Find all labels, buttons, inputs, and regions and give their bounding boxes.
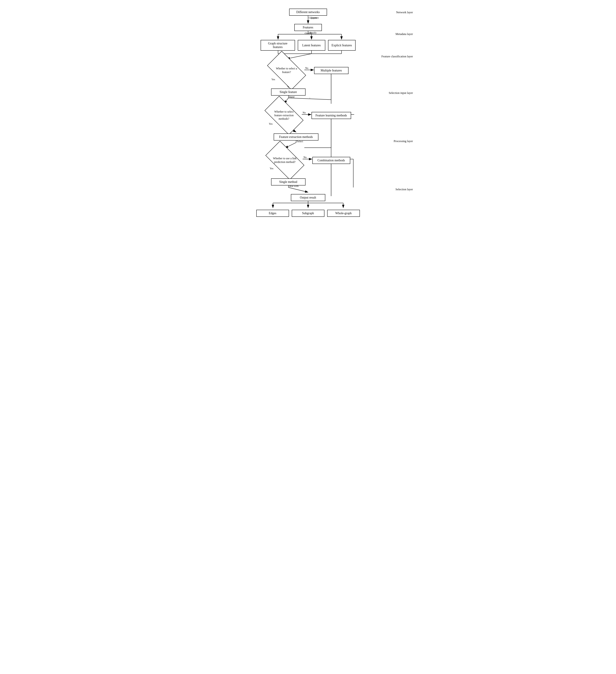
row-single-feature: Single feature <box>251 89 365 96</box>
classify-arrow-row: classify <box>251 31 365 40</box>
row-features-classification: Graph structure features Latent features… <box>251 40 365 50</box>
multiple-features-label: Multiple features <box>321 69 342 72</box>
graph-structure-features-label: Graph structure features <box>263 42 293 49</box>
diagram-wrapper: CaptureclassifyNoYesInputNoYesSelectNoYe… <box>234 7 382 220</box>
explicit-features-box: Explicit features <box>328 40 355 50</box>
spacer6 <box>251 172 365 179</box>
edges-label: Edges <box>269 212 277 215</box>
combination-methods-box: Combination methods <box>312 157 350 164</box>
feature-learning-methods-box: Feature learning methods <box>312 112 351 119</box>
combination-methods-label: Combination methods <box>318 158 345 162</box>
no1-branch: Multiple features <box>314 67 348 74</box>
whole-graph-box: Whole-graph <box>327 210 360 217</box>
diamond1-container: Whether to select a feature? <box>268 59 306 82</box>
spacer5 <box>251 140 365 149</box>
classify-label: classify <box>305 32 313 35</box>
spacer2 <box>251 82 365 89</box>
multiple-features-box: Multiple features <box>314 67 348 74</box>
network-layer-label: Network layer <box>396 11 413 14</box>
diamond3-container: Whether to use a link prediction method? <box>266 149 304 172</box>
different-networks-label: Different networks <box>296 10 320 14</box>
features-box: Features <box>294 24 322 31</box>
single-method-box: Single method <box>271 179 306 186</box>
diamond2-text-label: Whether to select feature extraction met… <box>274 110 293 120</box>
spacer8 <box>251 201 365 210</box>
spacer3 <box>251 96 365 104</box>
spacer4 <box>251 127 365 133</box>
feature-extraction-methods-box: Feature extraction methods <box>274 133 318 140</box>
single-feature-label: Single feature <box>280 90 297 94</box>
row-different-networks: Different networks <box>251 9 365 16</box>
single-feature-box: Single feature <box>271 89 306 96</box>
latent-features-label: Latent features <box>302 43 321 47</box>
whole-graph-label: Whole-graph <box>335 212 352 215</box>
row-output-result: Output result <box>251 194 365 201</box>
diamond2-text: Whether to select feature extraction met… <box>271 110 297 121</box>
spacer9 <box>251 217 365 220</box>
single-method-label: Single method <box>279 180 297 184</box>
no3-branch: Combination methods <box>312 157 350 164</box>
no2-branch: Feature learning methods <box>312 112 351 119</box>
output-result-box: Output result <box>291 194 325 201</box>
row-features: Features <box>251 24 365 31</box>
subgraph-label: Subgraph <box>302 212 314 215</box>
diamond3-text: Whether to use a link prediction method? <box>272 157 298 164</box>
output-result-label: Output result <box>300 196 316 199</box>
selection-layer-label: Selection layer <box>396 188 413 191</box>
different-networks-box: Different networks <box>289 9 327 16</box>
flowchart: Different networks Capture Features clas… <box>251 9 365 220</box>
row-diamond2: Whether to select feature extraction met… <box>251 104 365 127</box>
capture-label: Capture <box>311 16 319 19</box>
spacer7 <box>251 186 365 194</box>
row-bottom: Edges Subgraph Whole-graph <box>251 210 365 217</box>
processing-layer-label: Processing layer <box>394 139 413 143</box>
row-diamond1: Whether to select a feature? Multiple fe… <box>251 59 365 82</box>
diamond1-text: Whether to select a feature? <box>274 67 300 74</box>
subgraph-box: Subgraph <box>292 210 324 217</box>
diamond3-text-label: Whether to use a link prediction method? <box>273 157 297 163</box>
diamond2-container: Whether to select feature extraction met… <box>265 104 303 127</box>
row-feature-extraction: Feature extraction methods <box>251 133 365 140</box>
edges-box: Edges <box>256 210 289 217</box>
latent-features-box: Latent features <box>298 40 325 50</box>
spacer1 <box>251 50 365 59</box>
metadata-layer-label: Metadata layer <box>396 32 413 36</box>
features-label: Features <box>303 26 313 29</box>
row-single-method: Single method <box>251 179 365 186</box>
feature-learning-methods-label: Feature learning methods <box>315 114 347 117</box>
feature-classification-layer-label: Feature classification layer <box>381 55 413 58</box>
selection-input-layer-label: Selection input layer <box>389 91 413 95</box>
capture-arrow-row: Capture <box>251 16 365 24</box>
graph-structure-features-box: Graph structure features <box>261 40 295 50</box>
feature-extraction-methods-label: Feature extraction methods <box>279 135 313 139</box>
row-diamond3: Whether to use a link prediction method?… <box>251 149 365 172</box>
explicit-features-label: Explicit features <box>331 43 352 47</box>
